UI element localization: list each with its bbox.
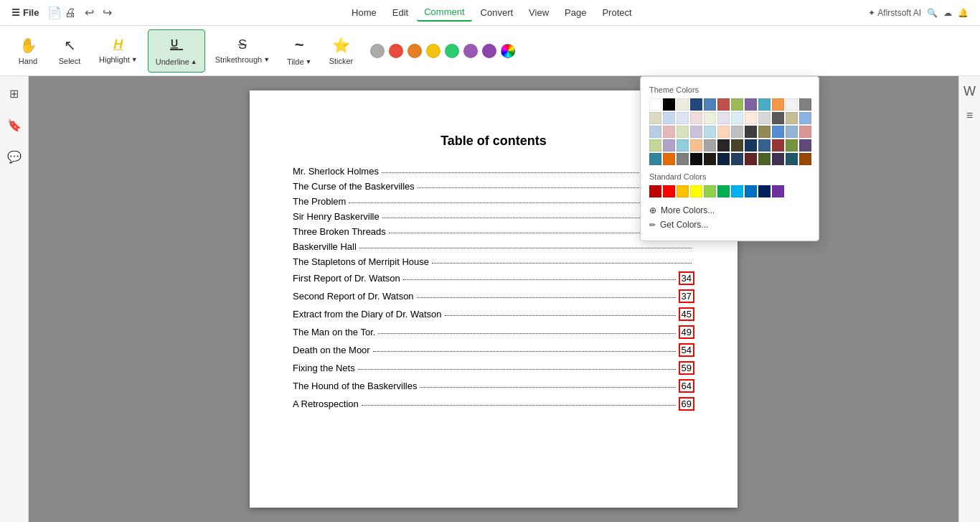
- swatch-purple[interactable]: [482, 44, 496, 58]
- theme-color-swatch[interactable]: [677, 126, 689, 138]
- file-menu[interactable]: ☰ File: [6, 7, 44, 18]
- undo-button[interactable]: ↩: [82, 4, 97, 21]
- menu-convert[interactable]: Convert: [473, 4, 521, 21]
- theme-color-swatch[interactable]: [663, 112, 675, 124]
- more-colors-button[interactable]: ⊕ More Colors...: [649, 203, 810, 218]
- standard-color-swatch[interactable]: [649, 185, 661, 197]
- theme-color-swatch[interactable]: [731, 112, 743, 124]
- swatch-yellow[interactable]: [426, 44, 440, 58]
- get-colors-button[interactable]: ✏ Get Colors...: [649, 218, 810, 232]
- standard-color-swatch[interactable]: [731, 185, 743, 197]
- menu-page[interactable]: Page: [557, 4, 593, 21]
- theme-color-swatch[interactable]: [772, 98, 784, 111]
- cloud-button[interactable]: ☁: [943, 8, 952, 18]
- theme-color-swatch[interactable]: [663, 126, 675, 138]
- tilde-tool-button[interactable]: ~ Tilde ▼: [280, 29, 319, 73]
- standard-color-swatch[interactable]: [677, 185, 689, 197]
- lines-icon[interactable]: ≡: [962, 108, 978, 123]
- theme-color-swatch[interactable]: [758, 112, 771, 124]
- theme-color-swatch[interactable]: [799, 112, 811, 124]
- theme-color-swatch[interactable]: [677, 112, 689, 124]
- theme-color-swatch[interactable]: [772, 126, 784, 138]
- underline-tool-button[interactable]: U Underline ▲: [148, 29, 205, 73]
- theme-color-swatch[interactable]: [758, 139, 771, 152]
- theme-color-swatch[interactable]: [745, 153, 757, 165]
- theme-color-swatch[interactable]: [663, 98, 675, 111]
- theme-color-swatch[interactable]: [745, 126, 757, 138]
- theme-color-swatch[interactable]: [677, 98, 689, 111]
- bookmark-icon[interactable]: 🔖: [4, 115, 24, 135]
- theme-color-swatch[interactable]: [677, 139, 689, 152]
- theme-color-swatch[interactable]: [717, 98, 730, 111]
- theme-color-swatch[interactable]: [745, 139, 757, 152]
- theme-color-swatch[interactable]: [745, 112, 757, 124]
- theme-color-swatch[interactable]: [690, 126, 702, 138]
- save-button[interactable]: 📄: [47, 6, 62, 19]
- theme-color-swatch[interactable]: [731, 153, 743, 165]
- standard-color-swatch[interactable]: [717, 185, 730, 197]
- theme-color-swatch[interactable]: [786, 139, 798, 152]
- standard-color-swatch[interactable]: [704, 185, 716, 197]
- theme-color-swatch[interactable]: [745, 98, 757, 111]
- theme-color-swatch[interactable]: [704, 139, 716, 152]
- theme-color-swatch[interactable]: [799, 98, 811, 111]
- theme-color-swatch[interactable]: [731, 98, 743, 111]
- theme-color-swatch[interactable]: [717, 139, 730, 152]
- hand-tool-button[interactable]: ✋ Hand: [9, 29, 47, 73]
- standard-color-swatch[interactable]: [690, 185, 702, 197]
- theme-color-swatch[interactable]: [799, 139, 811, 152]
- notif-button[interactable]: 🔔: [958, 8, 969, 18]
- theme-color-swatch[interactable]: [772, 139, 784, 152]
- theme-color-swatch[interactable]: [758, 98, 771, 111]
- select-tool-button[interactable]: ↖ Select: [50, 29, 89, 73]
- theme-color-swatch[interactable]: [772, 153, 784, 165]
- theme-color-swatch[interactable]: [786, 126, 798, 138]
- theme-color-swatch[interactable]: [690, 153, 702, 165]
- theme-color-swatch[interactable]: [799, 153, 811, 165]
- standard-color-swatch[interactable]: [745, 185, 757, 197]
- theme-color-swatch[interactable]: [649, 153, 661, 165]
- theme-color-swatch[interactable]: [731, 139, 743, 152]
- theme-color-swatch[interactable]: [758, 153, 771, 165]
- thumbnail-icon[interactable]: ⊞: [4, 83, 24, 103]
- theme-color-swatch[interactable]: [772, 112, 784, 124]
- theme-color-swatch[interactable]: [649, 98, 661, 111]
- theme-color-swatch[interactable]: [758, 126, 771, 138]
- theme-color-swatch[interactable]: [717, 126, 730, 138]
- swatch-lavender[interactable]: [463, 44, 478, 58]
- standard-color-swatch[interactable]: [663, 185, 675, 197]
- theme-color-swatch[interactable]: [663, 153, 675, 165]
- theme-color-swatch[interactable]: [690, 139, 702, 152]
- standard-color-swatch[interactable]: [758, 185, 771, 197]
- menu-view[interactable]: View: [522, 4, 556, 21]
- theme-color-swatch[interactable]: [649, 126, 661, 138]
- standard-color-swatch[interactable]: [772, 185, 784, 197]
- swatch-red[interactable]: [389, 44, 403, 58]
- theme-color-swatch[interactable]: [786, 98, 798, 111]
- ai-button[interactable]: ✦ Afirstsoft AI: [868, 8, 921, 18]
- theme-color-swatch[interactable]: [704, 112, 716, 124]
- print-button[interactable]: 🖨: [65, 6, 76, 19]
- menu-protect[interactable]: Protect: [595, 4, 639, 21]
- theme-color-swatch[interactable]: [786, 153, 798, 165]
- sticker-tool-button[interactable]: ⭐ Sticker: [321, 29, 360, 73]
- theme-color-swatch[interactable]: [704, 153, 716, 165]
- theme-color-swatch[interactable]: [677, 153, 689, 165]
- swatch-green[interactable]: [445, 44, 459, 58]
- menu-edit[interactable]: Edit: [385, 4, 415, 21]
- theme-color-swatch[interactable]: [704, 98, 716, 111]
- theme-color-swatch[interactable]: [663, 139, 675, 152]
- theme-color-swatch[interactable]: [704, 126, 716, 138]
- word-icon[interactable]: W: [962, 83, 978, 99]
- theme-color-swatch[interactable]: [649, 139, 661, 152]
- menu-comment[interactable]: Comment: [417, 4, 471, 22]
- strikethrough-tool-button[interactable]: S Strikethrough ▼: [208, 29, 277, 73]
- comment-panel-icon[interactable]: 💬: [4, 146, 24, 167]
- theme-color-swatch[interactable]: [786, 112, 798, 124]
- swatch-rainbow[interactable]: [501, 44, 515, 58]
- theme-color-swatch[interactable]: [799, 126, 811, 138]
- theme-color-swatch[interactable]: [717, 153, 730, 165]
- theme-color-swatch[interactable]: [690, 98, 702, 111]
- swatch-orange[interactable]: [407, 44, 422, 58]
- theme-color-swatch[interactable]: [717, 112, 730, 124]
